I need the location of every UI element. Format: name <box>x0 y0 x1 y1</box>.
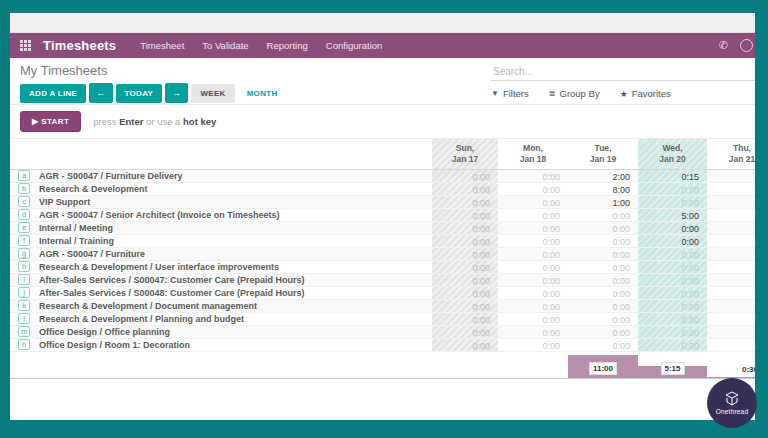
timesheet-cell[interactable]: 2:00 <box>568 170 638 182</box>
timesheet-cell[interactable]: 0:00 <box>432 222 498 234</box>
timesheet-cell[interactable]: 0:00 <box>432 196 498 208</box>
timesheet-cell[interactable]: 8:00 <box>568 183 638 195</box>
row-label-cell: dAGR - S00047 / Senior Architect (Invoic… <box>10 209 432 221</box>
footer-total-label: 5:15 <box>660 362 684 375</box>
timesheet-cell[interactable]: 0:00 <box>432 235 498 247</box>
previous-period-button[interactable]: ← <box>89 83 112 103</box>
timesheet-cell[interactable]: 0:00 <box>568 235 638 247</box>
timesheet-cell[interactable]: 0:00 <box>498 261 568 273</box>
timesheet-cell[interactable]: 0:00 <box>638 248 707 260</box>
timesheet-cell[interactable]: 0:00 <box>568 300 638 312</box>
timesheet-cell[interactable]: 0:00 <box>568 313 638 325</box>
timesheet-cell[interactable]: 0:00 <box>432 261 498 273</box>
timesheet-cell[interactable]: 0:00 <box>498 339 568 351</box>
grid-corner-cell <box>10 139 432 169</box>
today-button[interactable]: TODAY <box>116 84 163 103</box>
control-bar: My Timesheets ADD A LINE ← TODAY → WEEK … <box>10 58 755 105</box>
timesheet-cell[interactable]: 0:00 <box>498 313 568 325</box>
timesheet-cell[interactable]: 0:00 <box>432 339 498 351</box>
search-input[interactable] <box>491 63 755 81</box>
timesheet-cell[interactable]: 0:00 <box>498 209 568 221</box>
timesheet-cell[interactable] <box>707 274 755 286</box>
timesheet-cell[interactable] <box>707 235 755 247</box>
menu-item-reporting[interactable]: Reporting <box>267 40 308 51</box>
timesheet-cell[interactable]: 0:00 <box>638 222 707 234</box>
timesheet-cell[interactable]: 0:00 <box>498 287 568 299</box>
timesheet-cell[interactable] <box>707 261 755 273</box>
timesheet-cell[interactable]: 0:00 <box>568 274 638 286</box>
timesheet-cell[interactable]: 0:00 <box>498 300 568 312</box>
timesheet-cell[interactable]: 0:00 <box>638 235 707 247</box>
timesheet-cell[interactable]: 0:00 <box>568 287 638 299</box>
row-project-task-label: Internal / Training <box>39 236 114 246</box>
timesheet-cell[interactable]: 0:00 <box>498 170 568 182</box>
next-period-button[interactable]: → <box>165 83 188 103</box>
timesheet-cell[interactable]: 0:00 <box>432 313 498 325</box>
timesheet-cell[interactable]: 0:00 <box>638 339 707 351</box>
timesheet-cell[interactable]: 0:00 <box>568 326 638 338</box>
timesheet-cell[interactable]: 0:00 <box>568 209 638 221</box>
timesheet-cell[interactable]: 0:00 <box>638 326 707 338</box>
timesheet-cell[interactable]: 0:00 <box>638 287 707 299</box>
phone-icon[interactable]: ✆ <box>719 39 728 52</box>
timesheet-cell[interactable] <box>707 196 755 208</box>
timesheet-cell[interactable]: 0:00 <box>498 183 568 195</box>
timesheet-cell[interactable]: 0:00 <box>638 300 707 312</box>
timesheet-cell[interactable] <box>707 209 755 221</box>
timesheet-cell[interactable] <box>707 339 755 351</box>
timesheet-cell[interactable] <box>707 248 755 260</box>
timesheet-cell[interactable]: 0:00 <box>498 196 568 208</box>
timesheet-cell[interactable]: 0:00 <box>568 261 638 273</box>
week-range-button[interactable]: WEEK <box>191 84 234 103</box>
menu-item-configuration[interactable]: Configuration <box>326 40 383 51</box>
timesheet-cell[interactable]: 0:00 <box>498 248 568 260</box>
menu-item-timesheet[interactable]: Timesheet <box>140 40 184 51</box>
timesheet-cell[interactable]: 0:00 <box>432 287 498 299</box>
timesheet-cell[interactable]: 0:00 <box>498 235 568 247</box>
column-header-sun: Sun,Jan 17 <box>432 139 498 169</box>
timesheet-cell[interactable]: 0:00 <box>498 274 568 286</box>
start-timer-button[interactable]: ▶ START <box>20 111 81 132</box>
timesheet-cell[interactable]: 0:00 <box>432 209 498 221</box>
group-by-menu[interactable]: ≣ Group By <box>549 88 600 99</box>
apps-grid-icon[interactable] <box>20 40 31 51</box>
systray-clock-icon[interactable] <box>740 39 753 52</box>
month-range-button[interactable]: MONTH <box>238 84 287 103</box>
timesheet-cell[interactable]: 5:00 <box>638 209 707 221</box>
menu-item-to-validate[interactable]: To Validate <box>202 40 248 51</box>
row-project-task-label: Research & Development / Document manage… <box>39 301 257 311</box>
timesheet-cell[interactable] <box>707 222 755 234</box>
timesheet-cell[interactable]: 0:00 <box>638 261 707 273</box>
footer-total-label: 11:00 <box>589 362 617 375</box>
timesheet-cell[interactable]: 0:00 <box>568 248 638 260</box>
add-a-line-button[interactable]: ADD A LINE <box>20 84 86 103</box>
timesheet-cell[interactable] <box>707 183 755 195</box>
timesheet-cell[interactable]: 0:00 <box>432 300 498 312</box>
timesheet-cell[interactable] <box>707 170 755 182</box>
timesheet-cell[interactable]: 0:00 <box>432 248 498 260</box>
start-label: START <box>41 117 69 126</box>
filters-menu[interactable]: ▼ Filters <box>491 88 529 99</box>
timesheet-cell[interactable]: 0:00 <box>568 339 638 351</box>
favorites-menu[interactable]: ★ Favorites <box>620 88 671 99</box>
timesheet-cell[interactable] <box>707 326 755 338</box>
timesheet-cell[interactable]: 0:00 <box>432 183 498 195</box>
timesheet-cell[interactable]: 0:00 <box>498 222 568 234</box>
timesheet-cell[interactable] <box>707 300 755 312</box>
timesheet-cell[interactable]: 0:00 <box>638 183 707 195</box>
row-hotkey-badge: m <box>18 326 30 337</box>
timesheet-cell[interactable] <box>707 287 755 299</box>
timesheet-row: aAGR - S00047 / Furniture Delivery0:000:… <box>10 170 755 183</box>
timesheet-cell[interactable]: 0:00 <box>432 326 498 338</box>
timesheet-cell[interactable]: 0:00 <box>568 222 638 234</box>
timesheet-cell[interactable]: 0:00 <box>498 326 568 338</box>
timesheet-cell[interactable] <box>707 313 755 325</box>
timesheet-cell[interactable]: 0:00 <box>638 274 707 286</box>
app-title[interactable]: Timesheets <box>43 38 116 53</box>
timesheet-cell[interactable]: 0:00 <box>638 313 707 325</box>
timesheet-cell[interactable]: 0:00 <box>638 196 707 208</box>
timesheet-cell[interactable]: 0:00 <box>432 274 498 286</box>
timesheet-cell[interactable]: 1:00 <box>568 196 638 208</box>
timesheet-cell[interactable]: 0:00 <box>432 170 498 182</box>
timesheet-cell[interactable]: 0:15 <box>638 170 707 182</box>
